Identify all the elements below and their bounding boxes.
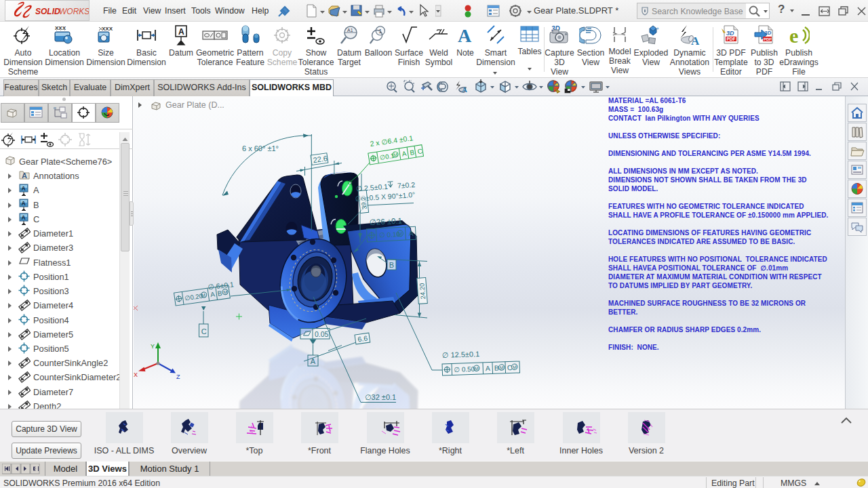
svg-text:M: M: [223, 289, 228, 295]
svg-text:6.6: 6.6: [357, 334, 368, 344]
svg-text:PDF: PDF: [727, 37, 736, 41]
svg-text:0.05: 0.05: [315, 330, 329, 338]
svg-text:PDF: PDF: [764, 37, 772, 41]
svg-text:3D: 3D: [726, 30, 734, 37]
svg-text:∅32 ±0.1: ∅32 ±0.1: [365, 393, 396, 401]
svg-text:A: A: [210, 290, 216, 298]
svg-text:M: M: [513, 365, 517, 369]
svg-text:A: A: [22, 185, 26, 192]
svg-text:A: A: [22, 214, 26, 221]
svg-text:A: A: [486, 364, 490, 372]
svg-text:A: A: [408, 229, 414, 237]
svg-text:Y: Y: [151, 343, 155, 350]
svg-text:e: e: [789, 24, 798, 46]
svg-text:M: M: [398, 230, 403, 237]
svg-text:A: A: [22, 200, 26, 207]
svg-text:A: A: [401, 150, 408, 158]
svg-text:B: B: [389, 261, 394, 269]
svg-text:XXX: XXX: [102, 26, 113, 32]
svg-text:M: M: [201, 293, 206, 298]
svg-text:A: A: [22, 171, 27, 180]
svg-text:A: A: [458, 25, 472, 46]
svg-text:A: A: [691, 35, 700, 46]
svg-text:7±0.2: 7±0.2: [397, 180, 415, 190]
svg-text:39.2: 39.2: [359, 197, 368, 210]
svg-text:A: A: [462, 85, 467, 94]
svg-text:M: M: [475, 366, 479, 371]
svg-text:3D: 3D: [764, 30, 771, 36]
svg-text:2 x ∅6.4 ±0.1: 2 x ∅6.4 ±0.1: [370, 134, 414, 148]
svg-text:SOLID: SOLID: [35, 7, 60, 16]
svg-text:B: B: [410, 148, 416, 157]
svg-text:24.20: 24.20: [418, 283, 427, 299]
svg-text:C: C: [201, 327, 207, 336]
svg-text:WORKS: WORKS: [59, 7, 89, 16]
svg-text:M: M: [500, 365, 504, 370]
svg-text:∅ 0.50: ∅ 0.50: [454, 365, 475, 373]
svg-text:∅ 12.5±0.1: ∅ 12.5±0.1: [442, 350, 480, 359]
svg-text:A: A: [178, 27, 184, 37]
svg-text:∅26 ±0.1: ∅26 ±0.1: [369, 216, 402, 226]
svg-text:B: B: [494, 364, 499, 372]
svg-text:X: X: [134, 371, 138, 378]
svg-text:Gear Plate (D...: Gear Plate (D...: [165, 100, 224, 110]
svg-text:B: B: [217, 289, 222, 298]
svg-text:Z: Z: [176, 373, 180, 380]
svg-text:A1: A1: [347, 28, 353, 33]
svg-text:∅0.1: ∅0.1: [379, 152, 395, 161]
svg-text:∅0.20: ∅0.20: [184, 292, 203, 302]
